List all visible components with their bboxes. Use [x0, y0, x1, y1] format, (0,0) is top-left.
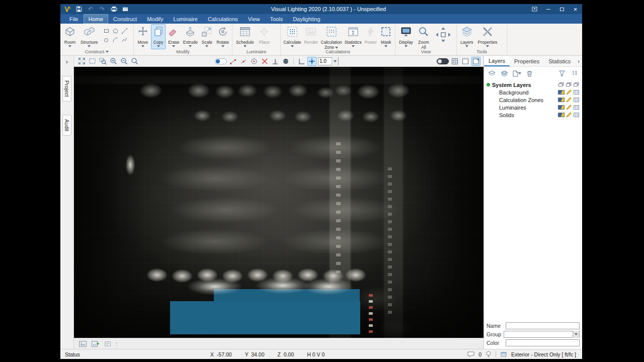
menu-tab-tools[interactable]: Tools: [265, 14, 288, 24]
render-mode-toggle[interactable]: [437, 58, 449, 64]
layer-table-icon[interactable]: [573, 104, 580, 111]
layer-table-icon[interactable]: [573, 89, 580, 96]
rotate-button[interactable]: Rotate: [215, 24, 230, 49]
polygon-tool-button[interactable]: [111, 27, 120, 35]
print-button[interactable]: [110, 5, 118, 13]
name-input[interactable]: [506, 322, 580, 329]
lightbulb-button[interactable]: [485, 350, 492, 358]
layer-row-luminaires[interactable]: Luminaires: [484, 104, 582, 111]
midpoint-snap-button[interactable]: [239, 57, 248, 66]
layer-row-background[interactable]: Background: [484, 88, 582, 96]
extrude-button[interactable]: Extrude: [182, 24, 199, 49]
layer-color-swatch[interactable]: [558, 105, 565, 110]
save-button[interactable]: [75, 5, 83, 13]
color-input[interactable]: [506, 339, 580, 346]
expand-panel-button[interactable]: ›: [62, 57, 72, 66]
ortho-button[interactable]: [307, 57, 316, 66]
menu-tab-home[interactable]: Home: [84, 14, 108, 24]
calculation-zone-button[interactable]: Calculation Zone: [320, 24, 343, 49]
rectangle-tool-button[interactable]: [102, 27, 111, 35]
layer-stack-button[interactable]: [500, 69, 509, 78]
calculate-button[interactable]: Calculate: [282, 24, 302, 49]
polyline-tool-button[interactable]: [120, 36, 129, 44]
menu-tab-luminaire[interactable]: Luminaire: [169, 14, 203, 24]
tab-properties[interactable]: Properties: [510, 57, 544, 66]
delete-layer-button[interactable]: [525, 69, 534, 78]
edit-pencil-icon[interactable]: [566, 97, 572, 103]
layer-row-solids[interactable]: Solids: [484, 111, 582, 119]
zoom-selected-button[interactable]: [98, 57, 107, 66]
float-window-button[interactable]: [528, 4, 541, 14]
arc-tool-button[interactable]: [111, 36, 120, 44]
snap-toggle[interactable]: [215, 58, 227, 64]
tab-statistics[interactable]: Statistics: [544, 57, 575, 66]
edit-pencil-icon[interactable]: [566, 89, 572, 96]
new-layer-button[interactable]: [512, 69, 521, 78]
layer-visibility-button[interactable]: [487, 69, 496, 78]
zoom-all-button[interactable]: Zoom All: [416, 24, 432, 49]
background-image-button[interactable]: [78, 339, 87, 348]
tab-layers[interactable]: Layers: [484, 56, 510, 66]
single-view-button[interactable]: [461, 57, 470, 66]
nearest-snap-button[interactable]: [281, 57, 290, 66]
minimize-button[interactable]: [541, 4, 555, 14]
display-button[interactable]: Display: [397, 24, 415, 49]
center-snap-button[interactable]: [250, 57, 259, 66]
environment-mode-label[interactable]: Exterior - Direct Only [ ft/fc ]: [511, 351, 576, 357]
group-input[interactable]: [504, 331, 573, 337]
pan-controls[interactable]: [432, 24, 454, 49]
add-image-button[interactable]: [91, 339, 100, 348]
group-dropdown-button[interactable]: [573, 331, 579, 338]
move-button[interactable]: Move: [135, 24, 150, 49]
undo-button[interactable]: ↶: [87, 5, 95, 13]
menu-tab-view[interactable]: View: [243, 14, 265, 24]
column-options-button[interactable]: [570, 69, 579, 78]
menu-tab-daylighting[interactable]: Daylighting: [288, 14, 325, 24]
schedule-button[interactable]: Schedule: [234, 24, 256, 49]
audit-tab[interactable]: Audit: [62, 115, 71, 136]
cascade-windows-icon[interactable]: [566, 81, 572, 88]
grid-view-button[interactable]: [450, 57, 459, 66]
layer-row-calculation-zones[interactable]: Calculation Zones: [484, 96, 582, 104]
zoom-window-button[interactable]: [88, 57, 97, 66]
mask-button[interactable]: Mask: [379, 24, 394, 49]
scale-input[interactable]: [318, 58, 332, 65]
zoom-out-button[interactable]: [119, 57, 128, 66]
properties-button[interactable]: Properties: [476, 24, 500, 49]
menu-tab-file[interactable]: File: [64, 14, 84, 24]
layer-table-icon[interactable]: [573, 97, 580, 103]
layer-table-icon[interactable]: [573, 112, 580, 118]
perpendicular-snap-button[interactable]: [271, 57, 280, 66]
room-button[interactable]: Room: [62, 24, 78, 49]
comments-button[interactable]: [467, 350, 475, 358]
scale-button[interactable]: Scale: [200, 24, 215, 49]
cascade-windows-icon[interactable]: [573, 81, 580, 88]
angle-mode-button[interactable]: [297, 57, 306, 66]
structure-button[interactable]: Structure: [78, 24, 100, 49]
layers-button[interactable]: Layers: [458, 24, 475, 49]
copy-button[interactable]: Copy: [151, 24, 166, 49]
erase-button[interactable]: Erase: [166, 24, 181, 49]
statistics-button[interactable]: Statistics: [343, 24, 362, 49]
zoom-in-button[interactable]: [109, 57, 118, 66]
circle-tool-button[interactable]: [102, 36, 111, 44]
endpoint-snap-button[interactable]: [228, 57, 237, 66]
filter-button[interactable]: [557, 69, 567, 78]
drawing-canvas[interactable]: [74, 67, 484, 338]
zoom-extents-button[interactable]: [77, 57, 86, 66]
intersection-snap-button[interactable]: [260, 57, 269, 66]
edit-pencil-icon[interactable]: [566, 104, 572, 111]
close-button[interactable]: ×: [569, 4, 582, 14]
redo-button[interactable]: ↷: [98, 5, 106, 13]
layer-color-swatch[interactable]: [558, 113, 565, 117]
scale-dropdown-button[interactable]: [332, 57, 338, 65]
menu-tab-calculations[interactable]: Calculations: [203, 14, 243, 24]
project-tab[interactable]: Project: [62, 76, 71, 102]
layer-color-swatch[interactable]: [558, 90, 565, 95]
cascade-windows-icon[interactable]: [558, 81, 565, 88]
menu-tab-modify[interactable]: Modify: [142, 14, 168, 24]
zoom-previous-button[interactable]: [130, 57, 139, 66]
layer-color-swatch[interactable]: [558, 98, 565, 102]
annotation-button[interactable]: [103, 339, 112, 348]
edit-pencil-icon[interactable]: [566, 112, 572, 118]
